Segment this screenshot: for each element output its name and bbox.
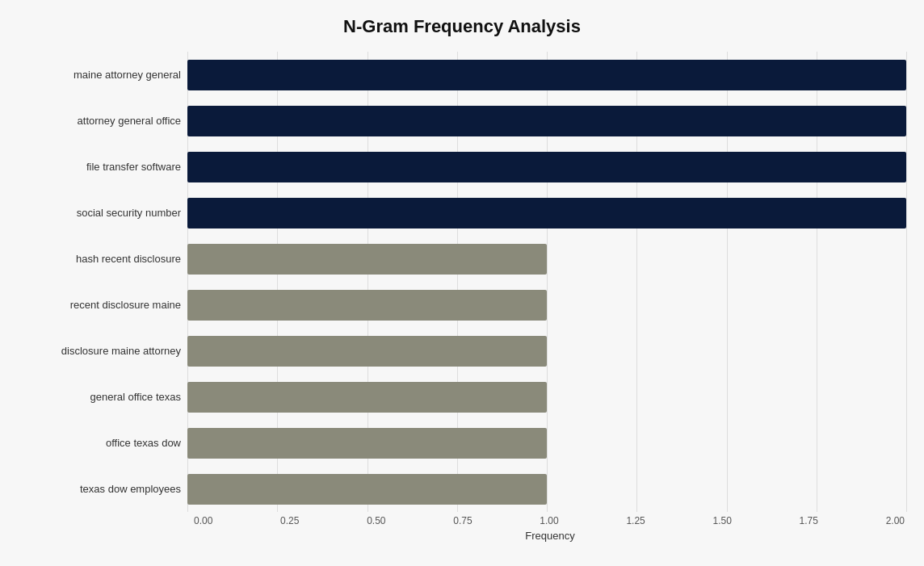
y-label: hash recent disclosure: [18, 236, 181, 282]
bar-row: [187, 466, 906, 512]
bar: [187, 474, 547, 505]
bar: [187, 428, 547, 459]
x-tick: 1.25: [626, 515, 645, 526]
y-label: maine attorney general: [18, 52, 181, 98]
bar: [187, 106, 906, 136]
bars-and-grid: [187, 52, 906, 512]
bar: [187, 198, 906, 228]
bar-row: [187, 328, 906, 374]
x-tick: 1.75: [800, 515, 818, 526]
y-label: texas dow employees: [18, 466, 181, 512]
x-tick: 0.00: [194, 515, 212, 526]
chart-title: N-Gram Frequency Analysis: [343, 16, 581, 37]
y-label: social security number: [18, 190, 181, 236]
bars-column: [187, 52, 906, 512]
bar-row: [187, 190, 906, 236]
y-label: attorney general office: [18, 98, 181, 144]
bar-row: [187, 98, 906, 144]
x-tick: 1.00: [540, 515, 558, 526]
x-tick: 1.50: [712, 515, 731, 526]
bar-row: [187, 282, 906, 328]
x-tick: 2.00: [886, 515, 905, 526]
bar: [187, 60, 906, 90]
x-axis-label: Frequency: [194, 530, 906, 542]
bar-row: [187, 52, 906, 98]
bar: [187, 336, 547, 367]
bar-row: [187, 374, 906, 420]
bar-row: [187, 420, 906, 466]
grid-line: [906, 52, 907, 512]
y-labels: maine attorney generalattorney general o…: [18, 52, 187, 512]
chart-area: maine attorney generalattorney general o…: [18, 52, 906, 512]
x-tick: 0.50: [367, 515, 385, 526]
chart-container: maine attorney generalattorney general o…: [18, 52, 906, 542]
bar: [187, 290, 547, 321]
y-label: office texas dow: [18, 420, 181, 466]
bar-row: [187, 144, 906, 190]
x-tick: 0.75: [453, 515, 472, 526]
bar-row: [187, 236, 906, 282]
y-label: disclosure maine attorney: [18, 328, 181, 374]
y-label: general office texas: [18, 374, 181, 420]
bar: [187, 382, 547, 413]
y-label: file transfer software: [18, 144, 181, 190]
x-axis-ticks: 0.000.250.500.751.001.251.501.752.00: [194, 515, 905, 526]
y-label: recent disclosure maine: [18, 282, 181, 328]
x-tick: 0.25: [280, 515, 299, 526]
bar: [187, 244, 547, 275]
bar: [187, 152, 906, 182]
